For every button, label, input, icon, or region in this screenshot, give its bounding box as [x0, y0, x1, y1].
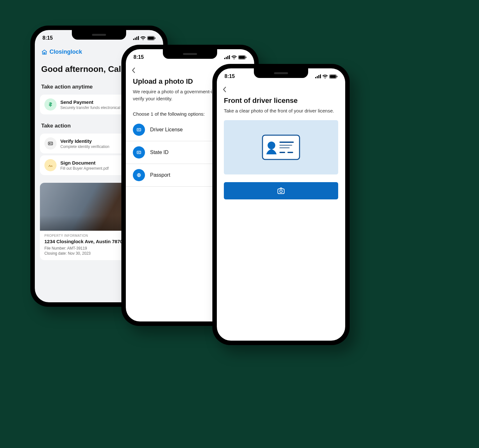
svg-rect-15 — [239, 56, 245, 59]
svg-rect-6 — [155, 37, 156, 39]
house-lock-icon — [41, 49, 48, 55]
svg-rect-2 — [136, 37, 137, 40]
back-button[interactable] — [217, 84, 345, 93]
sign-sub: Fill out Buyer Agreement.pdf — [60, 166, 109, 171]
battery-icon — [329, 74, 338, 79]
svg-rect-12 — [227, 56, 228, 59]
svg-point-37 — [280, 190, 282, 192]
option-label: State ID — [150, 150, 169, 155]
dollar-icon — [44, 98, 57, 111]
sign-title: Sign Document — [60, 160, 109, 166]
svg-rect-32 — [279, 145, 292, 146]
svg-rect-1 — [135, 38, 136, 40]
svg-rect-35 — [287, 152, 293, 153]
status-icons — [133, 36, 156, 40]
svg-rect-25 — [320, 74, 321, 78]
screen: 8:15 Front of driver license Take a clea… — [217, 68, 345, 341]
svg-rect-13 — [229, 55, 230, 59]
svg-rect-10 — [224, 58, 225, 59]
svg-rect-0 — [133, 39, 134, 40]
license-illustration-icon — [262, 135, 300, 160]
battery-icon — [238, 55, 247, 59]
svg-point-20 — [138, 152, 139, 152]
id-card-icon — [44, 137, 57, 150]
id-preview-area — [224, 120, 338, 174]
status-icons — [315, 74, 338, 79]
verify-sub: Complete identity verification — [60, 144, 109, 149]
notch — [72, 30, 126, 40]
battery-icon — [147, 36, 156, 40]
svg-rect-31 — [279, 142, 294, 143]
status-time: 8:15 — [224, 73, 235, 79]
wifi-icon — [231, 55, 237, 59]
svg-rect-27 — [330, 75, 336, 78]
send-payment-title: Send Payment — [60, 99, 120, 105]
chevron-left-icon — [132, 67, 136, 73]
id-card-icon — [133, 124, 145, 136]
status-time: 8:15 — [133, 54, 144, 60]
svg-rect-23 — [317, 76, 318, 78]
globe-icon — [133, 169, 145, 181]
notch — [163, 49, 217, 59]
capture-body: Take a clear photo of the front of your … — [217, 107, 345, 114]
verify-title: Verify Identity — [60, 138, 109, 144]
svg-rect-22 — [315, 77, 316, 78]
svg-rect-19 — [137, 151, 141, 154]
capture-title: Front of driver license — [217, 93, 345, 107]
svg-rect-34 — [279, 152, 285, 153]
take-photo-button[interactable] — [224, 182, 338, 199]
svg-rect-17 — [137, 128, 141, 131]
signature-icon — [44, 159, 57, 171]
chevron-left-icon — [223, 86, 227, 93]
wifi-icon — [140, 36, 146, 40]
cellular-icon — [315, 74, 321, 78]
svg-rect-11 — [226, 57, 227, 59]
brand-name: Closinglock — [49, 49, 82, 55]
svg-rect-36 — [278, 189, 284, 194]
status-time: 8:15 — [42, 35, 53, 41]
svg-point-30 — [268, 142, 275, 149]
svg-rect-28 — [337, 76, 338, 77]
cellular-icon — [224, 55, 230, 59]
option-label: Driver License — [150, 127, 183, 133]
svg-rect-5 — [148, 37, 154, 40]
send-payment-sub: Securely transfer funds electronical — [60, 105, 120, 110]
svg-rect-24 — [318, 75, 319, 78]
svg-point-18 — [138, 129, 139, 130]
svg-point-9 — [49, 143, 50, 144]
phone-capture-id: 8:15 Front of driver license Take a clea… — [212, 64, 350, 345]
svg-rect-3 — [138, 36, 139, 40]
wifi-icon — [322, 74, 328, 79]
option-label: Passport — [150, 172, 170, 178]
camera-icon — [277, 187, 285, 194]
id-card-icon — [133, 146, 145, 158]
svg-rect-16 — [246, 57, 247, 58]
notch — [254, 68, 308, 78]
status-icons — [224, 55, 247, 59]
svg-rect-7 — [44, 52, 45, 53]
cellular-icon — [133, 36, 139, 40]
svg-rect-33 — [279, 147, 290, 148]
